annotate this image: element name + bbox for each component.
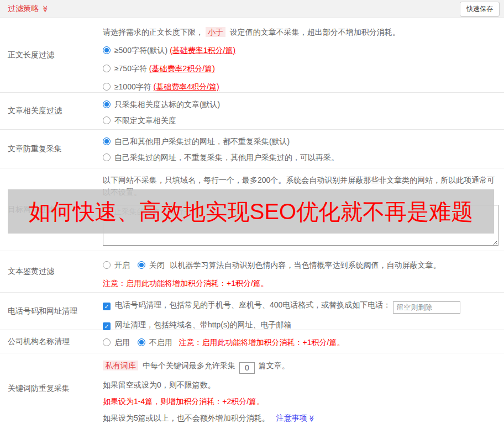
quick-save-button[interactable]: 快速保存 bbox=[460, 2, 500, 17]
row-phone-url-cleanup: 电话号码和网址清理 ✓ 电话号码清理，包括常见的手机号、座机号、400电话格式，… bbox=[0, 293, 504, 330]
notes-link[interactable]: 注意事项≫ bbox=[276, 414, 316, 422]
chevron-down-icon: ≫ bbox=[306, 415, 317, 422]
radio-option-relevance-unlimited[interactable]: 不限定文章相关度 bbox=[103, 115, 498, 126]
radio-option-1000-chars[interactable]: ≥1000字符 (基础费率4积分/篇) bbox=[103, 81, 498, 92]
porn-filter-description: 以机器学习算法自动识别色情内容，当色情概率达到系统阈值，自动屏蔽文章。 bbox=[170, 261, 441, 269]
topbar: 过滤策略 ≫ 快速保存 bbox=[0, 0, 504, 18]
radio-option-company-enable[interactable]: 启用 bbox=[103, 338, 132, 347]
radio-selected-icon[interactable] bbox=[103, 46, 111, 54]
row-label: 文本鉴黄过滤 bbox=[0, 251, 103, 292]
url-cleanup-text: 网址清理，包括纯域名、带http(s)的网址、电子邮箱 bbox=[115, 320, 292, 329]
body-length-intro: 请选择需求的正文长度下限， 小于 设定值的文章不采集，超出部分不增加积分消耗。 bbox=[103, 26, 498, 38]
radio-option-dedup-all-users[interactable]: 自己和其他用户采集过的网址，都不重复采集(默认) bbox=[103, 136, 498, 147]
filter-strategy-toggle[interactable]: 过滤策略 ≫ bbox=[8, 4, 49, 14]
radio-icon[interactable] bbox=[103, 338, 111, 346]
row-label: 文章防重复采集 bbox=[0, 130, 103, 168]
replacement-phone-input[interactable] bbox=[393, 301, 460, 314]
radio-icon[interactable] bbox=[103, 65, 111, 72]
keyword-dedup-note-zero: 如果留空或设为0，则不限篇数。 bbox=[103, 379, 498, 390]
radio-icon[interactable] bbox=[103, 261, 111, 269]
row-body-length-filter: 正文长度过滤 请选择需求的正文长度下限， 小于 设定值的文章不采集，超出部分不增… bbox=[0, 18, 504, 93]
radio-option-porn-on[interactable]: 开启 bbox=[103, 261, 132, 269]
chevron-down-icon: ≫ bbox=[41, 6, 49, 13]
ad-banner-text: 如何快速、高效地实现SEO优化就不再是难题 bbox=[29, 197, 473, 227]
less-than-tag: 小于 bbox=[206, 27, 225, 37]
phone-cleanup-text: 电话号码清理，包括常见的手机号、座机号、400电话格式，或替换成如下电话： bbox=[115, 300, 391, 309]
porn-filter-cost-note: 注意：启用此功能将增加积分消耗：+1积分/篇。 bbox=[103, 278, 498, 289]
radio-option-relevance-required[interactable]: 只采集相关度达标的文章(默认) bbox=[103, 99, 498, 110]
radio-option-company-disable[interactable]: 不启用 bbox=[138, 338, 175, 347]
row-label: 关键词防重复采集 bbox=[0, 353, 103, 424]
radio-icon[interactable] bbox=[103, 153, 111, 161]
radio-selected-icon[interactable] bbox=[138, 338, 145, 346]
company-cleanup-cost-note: 注意：启用此功能将增加积分消耗：+1积分/篇。 bbox=[179, 338, 345, 347]
checkbox-checked-icon[interactable]: ✓ bbox=[103, 303, 111, 310]
row-label: 正文长度过滤 bbox=[0, 18, 103, 92]
row-label: 电话号码和网址清理 bbox=[0, 293, 103, 330]
fee-note: (基础费率4积分/篇) bbox=[154, 82, 219, 91]
row-relevance-filter: 文章相关度过滤 只采集相关度达标的文章(默认) 不限定文章相关度 bbox=[0, 93, 504, 130]
keyword-dedup-cost-note: 如果设为1-4篇，则增加积分消耗：+2积分/篇。 bbox=[103, 396, 498, 407]
radio-option-750-chars[interactable]: ≥750字符 (基础费率2积分/篇) bbox=[103, 63, 498, 74]
radio-selected-icon[interactable] bbox=[103, 100, 111, 108]
checkbox-checked-icon[interactable]: ✓ bbox=[103, 322, 111, 330]
radio-icon[interactable] bbox=[103, 116, 111, 124]
max-articles-count-input[interactable] bbox=[239, 362, 255, 374]
overlay-ad-banner: 如何快速、高效地实现SEO优化就不再是难题 bbox=[8, 189, 494, 234]
radio-icon[interactable] bbox=[103, 83, 111, 91]
row-label: 文章相关度过滤 bbox=[0, 93, 103, 129]
row-porn-filter: 文本鉴黄过滤 开启 关闭 以机器学习算法自动识别色情内容，当色情概率达到系统阈值… bbox=[0, 251, 504, 293]
private-lexicon-tag: 私有词库 bbox=[103, 361, 138, 370]
row-keyword-dedup: 关键词防重复采集 私有词库 中每个关键词最多允许采集 篇文章。 如果留空或设为0… bbox=[0, 353, 504, 424]
fee-note: (基础费率2积分/篇) bbox=[149, 64, 215, 73]
radio-option-500-chars[interactable]: ≥500字符(默认) (基础费率1积分/篇) bbox=[103, 45, 498, 56]
radio-option-porn-off[interactable]: 关闭 bbox=[138, 261, 167, 269]
row-dedup-collection: 文章防重复采集 自己和其他用户采集过的网址，都不重复采集(默认) 自己采集过的网… bbox=[0, 130, 504, 168]
radio-selected-icon[interactable] bbox=[138, 261, 145, 269]
fee-note: (基础费率1积分/篇) bbox=[170, 46, 235, 55]
radio-selected-icon[interactable] bbox=[103, 137, 111, 145]
keyword-dedup-note-five: 如果设为5篇或以上，也不会额外增加积分消耗。 bbox=[103, 414, 270, 422]
page-title: 过滤策略 bbox=[8, 4, 39, 13]
radio-option-dedup-self-only[interactable]: 自己采集过的网址，不重复采集，其他用户采集过的，可以再采。 bbox=[103, 152, 498, 163]
row-label: 公司机构名称清理 bbox=[0, 330, 103, 353]
row-company-name-cleanup: 公司机构名称清理 启用 不启用 注意：启用此功能将增加积分消耗：+1积分/篇。 bbox=[0, 330, 504, 353]
